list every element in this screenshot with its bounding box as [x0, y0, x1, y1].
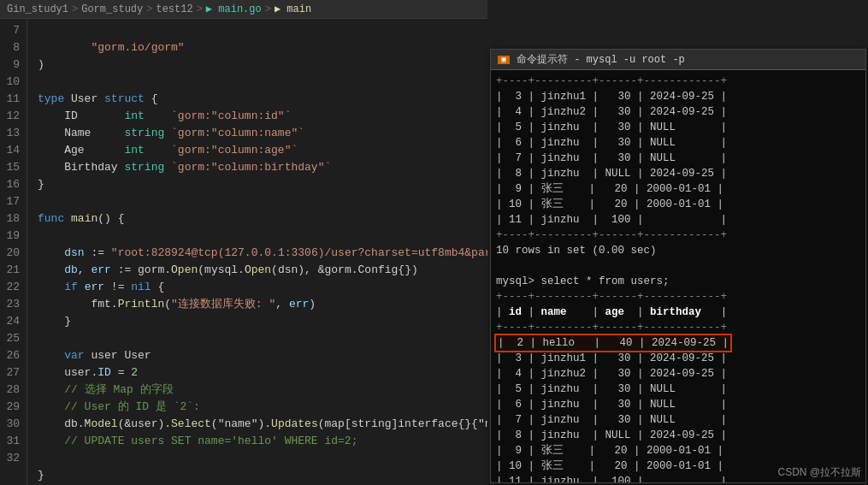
- t-row-4: | 4 | jinzhu2 | 30 | 2024-09-25 |: [496, 104, 860, 120]
- code-line-14: Birthday string `gorm:"column:birthday"`: [38, 161, 331, 174]
- csdn-watermark: CSDN @拉不拉斯: [777, 465, 861, 480]
- code-line-20: db, err := gorm.Open(mysql.Open(dsn), &g…: [38, 263, 418, 276]
- t-blank1: [496, 258, 860, 274]
- t-row-11: | 11 | jinzhu | 100 | |: [496, 212, 860, 228]
- t-row-8: | 8 | jinzhu | NULL | 2024-09-25 |: [496, 166, 860, 181]
- code-line-24: [38, 332, 44, 345]
- code-line-17: func main() {: [38, 212, 124, 225]
- code-lines: "gorm.io/gorm" ) type User struct { ID i…: [27, 19, 487, 485]
- t-row2-5: | 5 | jinzhu | 30 | NULL |: [496, 381, 860, 397]
- terminal-window: ▣ 命令提示符 - mysql -u root -p +----+-------…: [490, 49, 866, 483]
- t-row-5: | 5 | jinzhu | 30 | NULL |: [496, 120, 860, 135]
- breadcrumb-gin[interactable]: Gin_study1: [7, 1, 68, 18]
- code-line-12: Name string `gorm:"column:name"`: [38, 127, 304, 139]
- code-line-8: ): [38, 58, 44, 71]
- breadcrumb-func[interactable]: ▶ main: [275, 1, 311, 18]
- code-line-32: }: [38, 469, 44, 482]
- code-line-28: // User 的 ID 是 `2`:: [38, 400, 200, 413]
- t-row-6: | 6 | jinzhu | 30 | NULL |: [496, 135, 860, 151]
- code-line-31: [38, 452, 44, 464]
- code-line-19: dsn := "root:828924@tcp(127.0.0.1:3306)/…: [38, 246, 487, 259]
- t-query: mysql> select * from users;: [496, 274, 860, 289]
- t-count1: 10 rows in set (0.00 sec): [496, 243, 860, 258]
- t-row-10: | 10 | 张三 | 20 | 2000-01-01 |: [496, 197, 860, 212]
- code-line-18: [38, 229, 44, 242]
- t-row-9: | 9 | 张三 | 20 | 2000-01-01 |: [496, 181, 860, 197]
- t-row2-7: | 7 | jinzhu | 30 | NULL |: [496, 412, 860, 428]
- code-line-26: user.ID = 2: [38, 366, 138, 379]
- code-line-22: fmt.Println("连接数据库失败: ", err): [38, 298, 316, 311]
- code-line-27: // 选择 Map 的字段: [38, 383, 174, 396]
- t-header: | id | name | age | birthday |: [496, 305, 860, 320]
- code-line-25: var user User: [38, 349, 151, 362]
- t-sep1: +----+---------+------+------------+: [496, 74, 860, 89]
- breadcrumb-gorm[interactable]: Gorm_study: [81, 1, 143, 18]
- code-line-21: if err != nil {: [38, 281, 164, 293]
- t-row2-6: | 6 | jinzhu | 30 | NULL |: [496, 397, 860, 412]
- t-row2-8: | 8 | jinzhu | NULL | 2024-09-25 |: [496, 428, 860, 443]
- code-area: 7 8 9 10 11 12 13 14 15 16 17 18 19 20 2…: [0, 19, 487, 485]
- t-row2-3: | 3 | jinzhu1 | 30 | 2024-09-25 |: [496, 351, 860, 366]
- breadcrumb-file[interactable]: ▶ main.go: [206, 1, 262, 18]
- code-line-15: }: [38, 178, 44, 191]
- t-sep2: +----+---------+------+------------+: [496, 228, 860, 243]
- code-line-7: "gorm.io/gorm": [38, 41, 185, 54]
- breadcrumb: Gin_study1 > Gorm_study > test12 > ▶ mai…: [0, 0, 487, 19]
- breadcrumb-test[interactable]: test12: [156, 1, 192, 18]
- code-line-9: [38, 75, 44, 88]
- code-line-11: ID int `gorm:"column:id"`: [38, 109, 291, 122]
- code-line-29: db.Model(&user).Select("name").Updates(m…: [38, 417, 487, 430]
- code-line-23: }: [38, 315, 71, 328]
- t-row2-4: | 4 | jinzhu2 | 30 | 2024-09-25 |: [496, 366, 860, 381]
- t-row-3: | 3 | jinzhu1 | 30 | 2024-09-25 |: [496, 89, 860, 104]
- code-line-30: // UPDATE users SET name='hello' WHERE i…: [38, 435, 357, 447]
- t-row2-2: | 2 | hello | 40 | 2024-09-25 |: [496, 335, 860, 351]
- code-line-16: [38, 195, 44, 208]
- code-editor: Gin_study1 > Gorm_study > test12 > ▶ mai…: [0, 0, 487, 485]
- t-row-7: | 7 | jinzhu | 30 | NULL |: [496, 151, 860, 166]
- t-sep3: +----+---------+------+------------+: [496, 289, 860, 305]
- terminal-icon: ▣: [498, 56, 510, 64]
- terminal-body: +----+---------+------+------------+ | 3…: [491, 70, 865, 482]
- terminal-title: 命令提示符 - mysql -u root -p: [517, 52, 685, 68]
- t-row2-9: | 9 | 张三 | 20 | 2000-01-01 |: [496, 443, 860, 458]
- line-numbers: 7 8 9 10 11 12 13 14 15 16 17 18 19 20 2…: [0, 19, 27, 485]
- t-sep4: +----+---------+------+------------+: [496, 320, 860, 335]
- code-line-13: Age int `gorm:"column:age"`: [38, 144, 298, 157]
- code-line-10: type User struct {: [38, 92, 157, 105]
- terminal-titlebar: ▣ 命令提示符 - mysql -u root -p: [491, 50, 865, 70]
